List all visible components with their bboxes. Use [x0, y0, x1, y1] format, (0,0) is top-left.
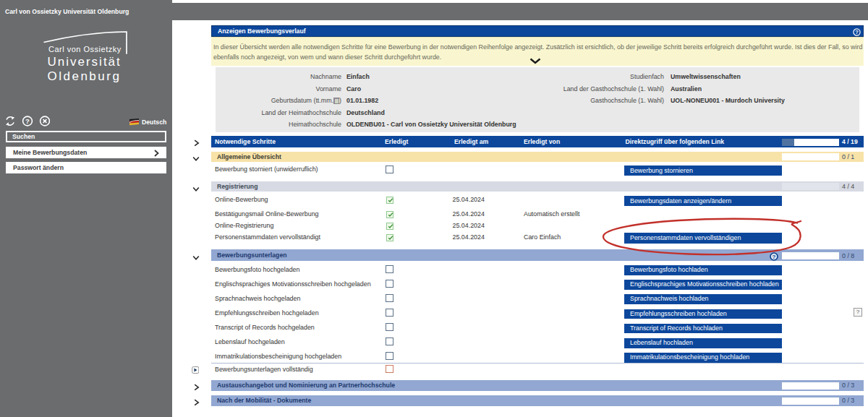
svg-text:?: ? [855, 29, 859, 35]
svg-text:?: ? [25, 117, 30, 125]
